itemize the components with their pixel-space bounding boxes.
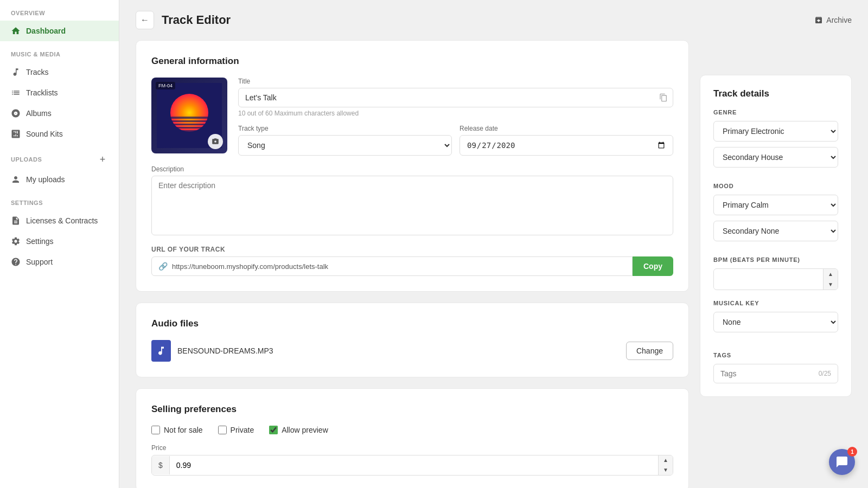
copy-button[interactable]: Copy	[633, 256, 673, 276]
genre-secondary-select[interactable]: Secondary House Secondary Techno Seconda…	[713, 147, 838, 168]
sidebar-dashboard-label: Dashboard	[26, 27, 66, 35]
settings-label: SETTINGS	[0, 190, 119, 210]
allow-preview-text: Allow preview	[282, 426, 328, 434]
musical-key-section-label: Musical key	[713, 300, 838, 306]
private-checkbox[interactable]	[218, 426, 227, 434]
content-area: General information FM-04	[136, 40, 852, 488]
track-type-wrap: Track type Song Beat Loop Sample	[238, 125, 452, 156]
sidebar-item-settings[interactable]: Settings	[0, 231, 119, 252]
genre-primary-select[interactable]: Primary Electronic Primary Pop Primary H…	[713, 121, 838, 142]
sidebar-item-tracklists[interactable]: Tracklists	[0, 82, 119, 103]
sidebar: OVERVIEW Dashboard MUSIC & MEDIA Tracks …	[0, 0, 119, 488]
url-section-label: URL OF YOUR TRACK	[151, 246, 673, 253]
price-input[interactable]	[170, 456, 658, 474]
url-link-icon: 🔗	[158, 262, 168, 271]
release-date-input[interactable]	[459, 135, 673, 156]
svg-point-2	[170, 94, 208, 132]
sidebar-item-albums[interactable]: Albums	[0, 103, 119, 124]
my-uploads-icon	[11, 175, 21, 184]
sidebar-item-licenses[interactable]: Licenses & Contracts	[0, 210, 119, 231]
checkboxes-row: Not for sale Private Allow preview	[151, 426, 673, 434]
sidebar-item-dashboard[interactable]: Dashboard	[0, 21, 119, 41]
chat-badge: 1	[847, 447, 857, 457]
sidebar-albums-label: Albums	[26, 109, 52, 118]
svg-rect-7	[170, 130, 208, 132]
bpm-down-button[interactable]: ▼	[824, 279, 838, 290]
url-input[interactable]	[172, 262, 626, 271]
sidebar-tracklists-label: Tracklists	[26, 88, 58, 97]
add-upload-button[interactable]: +	[97, 154, 108, 165]
gen-info-row: FM-04	[151, 78, 673, 156]
url-input-wrap: 🔗	[151, 256, 633, 276]
sidebar-item-sound-kits[interactable]: Sound Kits	[0, 124, 119, 144]
description-label: Description	[151, 165, 673, 173]
sidebar-licenses-label: Licenses & Contracts	[26, 216, 98, 225]
sidebar-item-my-uploads[interactable]: My uploads	[0, 169, 119, 190]
bpm-spinners: ▲ ▼	[823, 269, 838, 290]
not-for-sale-text: Not for sale	[164, 426, 203, 434]
url-section: URL OF YOUR TRACK 🔗 Copy	[151, 246, 673, 276]
main-content: ← Track Editor Archive General informati…	[119, 0, 868, 488]
chat-button[interactable]: 1	[829, 449, 855, 475]
tags-input[interactable]	[720, 369, 819, 378]
title-input[interactable]	[238, 88, 673, 107]
char-count: 10 out of 60 Maximum characters allowed	[238, 110, 673, 117]
chat-icon	[835, 455, 848, 468]
mood-label: MOOD	[713, 183, 838, 189]
private-label[interactable]: Private	[218, 426, 254, 434]
url-row: 🔗 Copy	[151, 256, 673, 276]
tracks-icon	[11, 67, 21, 77]
archive-button[interactable]: Archive	[814, 16, 852, 24]
audio-file-row: BENSOUND-DREAMS.MP3 Change	[151, 340, 673, 362]
description-input[interactable]	[151, 176, 673, 235]
page-header: ← Track Editor Archive	[136, 0, 852, 40]
mp3-icon	[156, 345, 167, 357]
audio-file-info: BENSOUND-DREAMS.MP3	[151, 340, 273, 362]
album-art-camera-button[interactable]	[208, 134, 223, 149]
music-media-label: MUSIC & MEDIA	[0, 41, 119, 62]
home-icon	[11, 26, 21, 36]
sidebar-tracks-label: Tracks	[26, 68, 48, 76]
uploads-label: UPLOADS	[11, 156, 42, 163]
licenses-icon	[11, 216, 21, 226]
musical-key-select[interactable]: None C C# D D# E F G	[713, 312, 838, 332]
sidebar-sound-kits-label: Sound Kits	[26, 130, 63, 138]
sidebar-item-tracks[interactable]: Tracks	[0, 62, 119, 82]
private-text: Private	[231, 426, 254, 434]
price-spinners: ▲ ▼	[658, 455, 673, 475]
not-for-sale-checkbox[interactable]	[151, 426, 160, 434]
svg-rect-4	[170, 120, 208, 122]
price-label: Price	[151, 444, 673, 452]
albums-icon	[11, 108, 21, 118]
bpm-up-button[interactable]: ▲	[824, 269, 838, 279]
sidebar-settings-label: Settings	[26, 237, 54, 246]
selling-preferences-card: Selling preferences Not for sale Private…	[136, 388, 689, 488]
allow-preview-checkbox[interactable]	[269, 426, 278, 434]
track-details-card: Track details GENRE Primary Electronic P…	[700, 75, 852, 397]
release-date-label: Release date	[459, 125, 673, 132]
price-up-button[interactable]: ▲	[659, 455, 673, 465]
release-date-wrap: Release date	[459, 125, 673, 156]
track-details-title: Track details	[713, 88, 838, 99]
general-info-title: General information	[151, 56, 673, 67]
album-art: FM-04	[151, 78, 227, 153]
camera-icon	[212, 138, 219, 145]
price-down-button[interactable]: ▼	[659, 465, 673, 475]
audio-files-card: Audio files BENSOUND-DREAMS.MP3 Change	[136, 303, 689, 377]
mood-primary-select[interactable]: Primary Calm Primary Happy Primary Sad P…	[713, 195, 838, 215]
sidebar-item-support[interactable]: Support	[0, 252, 119, 272]
not-for-sale-label[interactable]: Not for sale	[151, 426, 203, 434]
tags-wrap: 0/25	[713, 364, 838, 383]
selling-title: Selling preferences	[151, 404, 673, 415]
svg-rect-3	[170, 117, 208, 119]
track-type-select[interactable]: Song Beat Loop Sample	[238, 135, 452, 156]
general-info-card: General information FM-04	[136, 40, 689, 292]
title-copy-icon	[659, 93, 668, 102]
mood-secondary-select[interactable]: Secondary None Secondary Chill Secondary…	[713, 221, 838, 241]
sidebar-support-label: Support	[26, 258, 53, 266]
title-label: Title	[238, 78, 673, 85]
allow-preview-label[interactable]: Allow preview	[269, 426, 328, 434]
bpm-input[interactable]	[714, 270, 823, 288]
back-button[interactable]: ←	[136, 11, 154, 29]
change-audio-button[interactable]: Change	[626, 342, 673, 360]
